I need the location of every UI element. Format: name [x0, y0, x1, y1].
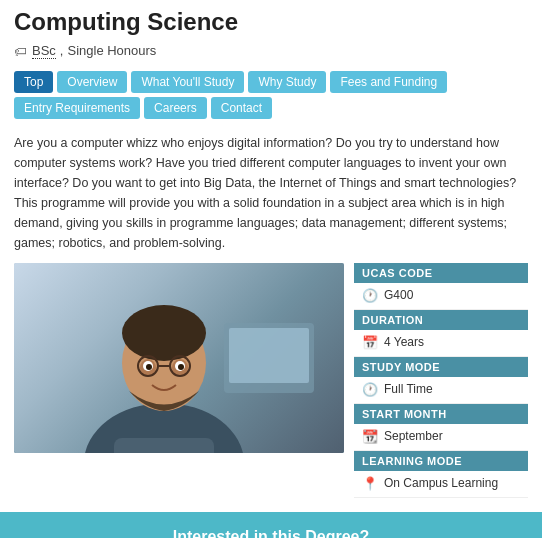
page-header: Computing Science 🏷 BSc , Single Honours — [0, 0, 542, 63]
tab-top[interactable]: Top — [14, 71, 53, 93]
learning-mode-text: On Campus Learning — [384, 476, 498, 490]
svg-point-9 — [146, 364, 152, 370]
svg-point-10 — [178, 364, 184, 370]
study-mode-label: STUDY MODE — [354, 357, 528, 377]
person-image — [44, 263, 324, 453]
start-month-text: September — [384, 429, 443, 443]
ucas-label: UCAS CODE — [354, 263, 528, 283]
main-content: UCAS CODE 🕐 G400 DURATION 📅 4 Years STUD… — [0, 263, 542, 512]
location-icon: 📍 — [362, 476, 378, 491]
course-image — [14, 263, 344, 453]
duration-value: 📅 4 Years — [354, 331, 528, 357]
degree-honour-separator: , — [60, 43, 64, 58]
tab-what-youll-study[interactable]: What You'll Study — [131, 71, 244, 93]
cta-section: Interested in this Degree? 📞 CALL +44 (0… — [0, 512, 542, 538]
svg-rect-11 — [114, 438, 214, 453]
degree-type: 🏷 BSc , Single Honours — [14, 43, 528, 59]
duration-text: 4 Years — [384, 335, 424, 349]
degree-honour: Single Honours — [67, 43, 156, 58]
duration-label: DURATION — [354, 310, 528, 330]
info-panel: UCAS CODE 🕐 G400 DURATION 📅 4 Years STUD… — [354, 263, 528, 498]
degree-bsc[interactable]: BSc — [32, 43, 56, 59]
study-mode-value: 🕐 Full Time — [354, 378, 528, 404]
tab-careers[interactable]: Careers — [144, 97, 207, 119]
tag-icon: 🏷 — [14, 44, 28, 58]
learning-mode-label: LEARNING MODE — [354, 451, 528, 471]
learning-mode-value: 📍 On Campus Learning — [354, 472, 528, 498]
tab-why-study[interactable]: Why Study — [248, 71, 326, 93]
start-month-label: START MONTH — [354, 404, 528, 424]
ucas-code: G400 — [384, 288, 413, 302]
start-month-value: 📆 September — [354, 425, 528, 451]
calendar2-icon: 📆 — [362, 429, 378, 444]
clock-icon: 🕐 — [362, 382, 378, 397]
svg-rect-1 — [229, 328, 309, 383]
calendar-icon: 📅 — [362, 335, 378, 350]
page-title: Computing Science — [14, 8, 528, 37]
tab-fees[interactable]: Fees and Funding — [330, 71, 447, 93]
tab-entry[interactable]: Entry Requirements — [14, 97, 140, 119]
tab-overview[interactable]: Overview — [57, 71, 127, 93]
study-mode-text: Full Time — [384, 382, 433, 396]
tab-contact[interactable]: Contact — [211, 97, 272, 119]
cta-title: Interested in this Degree? — [14, 528, 528, 538]
ucas-value: 🕐 G400 — [354, 284, 528, 310]
course-description: Are you a computer whizz who enjoys digi… — [0, 127, 542, 263]
ucas-icon: 🕐 — [362, 288, 378, 303]
svg-point-4 — [122, 305, 206, 361]
nav-tabs: Top Overview What You'll Study Why Study… — [0, 63, 542, 127]
